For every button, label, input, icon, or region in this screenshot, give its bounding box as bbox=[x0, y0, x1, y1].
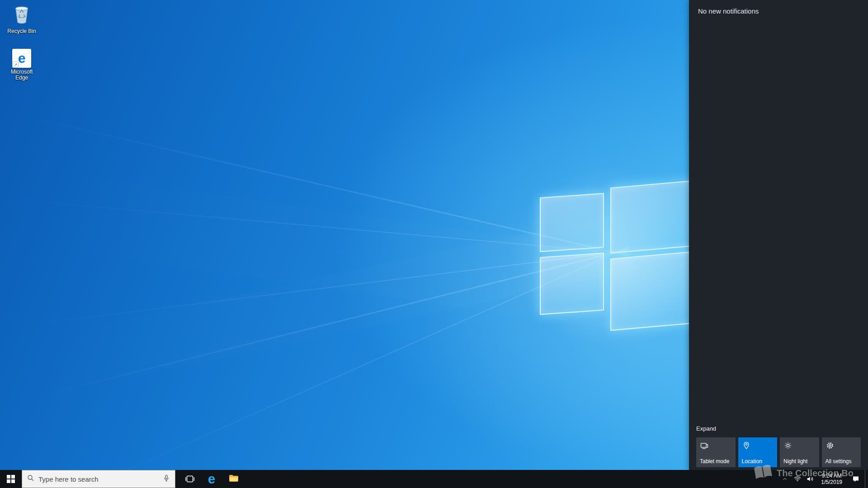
quick-action-night-light[interactable]: Night light bbox=[780, 437, 819, 467]
desktop-icon-recycle-bin[interactable]: Recycle Bin bbox=[4, 4, 40, 34]
edge-icon: e bbox=[208, 473, 215, 486]
windows-logo-pane bbox=[540, 193, 604, 252]
taskbar-clock[interactable]: 9:24 AM 1/5/2019 bbox=[821, 473, 842, 485]
quick-action-all-settings[interactable]: All settings bbox=[822, 437, 861, 467]
volume-icon[interactable] bbox=[804, 470, 816, 488]
windows-logo-pane bbox=[610, 180, 694, 253]
taskbar-file-explorer-button[interactable] bbox=[222, 470, 244, 488]
windows-logo-pane bbox=[610, 251, 694, 331]
show-hidden-icons-button[interactable] bbox=[778, 470, 791, 488]
network-icon[interactable] bbox=[791, 470, 804, 488]
expand-quick-actions-link[interactable]: Expand bbox=[696, 425, 716, 432]
clock-date: 1/5/2019 bbox=[821, 479, 842, 485]
start-button[interactable] bbox=[0, 470, 22, 488]
task-view-button[interactable] bbox=[179, 470, 201, 488]
desktop-icon-label: Microsoft Edge bbox=[4, 69, 39, 81]
shortcut-arrow-icon bbox=[13, 61, 19, 67]
tablet-mode-icon bbox=[700, 441, 709, 450]
file-explorer-icon bbox=[228, 473, 239, 485]
location-icon bbox=[742, 441, 751, 450]
search-input[interactable] bbox=[38, 475, 159, 483]
taskbar-search-box[interactable] bbox=[22, 470, 175, 488]
quick-action-tiles: Tablet mode Location N bbox=[696, 437, 861, 467]
windows-logo-icon bbox=[7, 475, 15, 483]
search-icon bbox=[27, 474, 35, 484]
microphone-icon[interactable] bbox=[162, 474, 170, 484]
recycle-bin-icon bbox=[11, 4, 32, 27]
action-center-button[interactable] bbox=[847, 470, 865, 488]
gear-icon bbox=[826, 441, 835, 450]
clock-time: 9:24 AM bbox=[821, 473, 842, 479]
quick-action-tablet-mode[interactable]: Tablet mode bbox=[696, 437, 736, 467]
night-light-icon bbox=[783, 441, 793, 450]
desktop-icon-label: Recycle Bin bbox=[7, 28, 36, 34]
desktop-icon-microsoft-edge[interactable]: e Microsoft Edge bbox=[4, 49, 40, 81]
quick-action-location[interactable]: Location bbox=[738, 437, 778, 467]
show-desktop-button[interactable] bbox=[865, 470, 868, 488]
edge-glyph: e bbox=[18, 52, 26, 65]
system-tray: 9:24 AM 1/5/2019 bbox=[778, 470, 868, 488]
action-center-panel: No new notifications Expand Tablet mode bbox=[689, 0, 868, 470]
taskbar: e 9:24 AM 1/5/2019 bbox=[0, 470, 868, 488]
edge-icon: e bbox=[12, 49, 31, 68]
taskbar-edge-button[interactable]: e bbox=[201, 470, 222, 488]
notifications-status-text: No new notifications bbox=[698, 7, 759, 15]
windows-logo-pane bbox=[540, 253, 604, 315]
quick-actions-section: Expand Tablet mode Locat bbox=[696, 424, 861, 467]
